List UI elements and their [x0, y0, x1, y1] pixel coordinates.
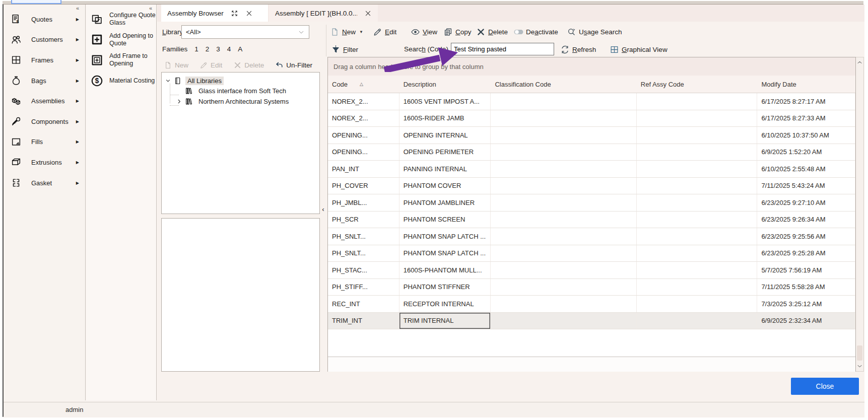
delete-tree-button[interactable]: Delete [233, 61, 264, 69]
expand-tab-icon[interactable] [231, 10, 238, 17]
close-tab-icon[interactable] [364, 10, 372, 17]
column-header-ref-assy-code[interactable]: Ref Assy Code [637, 76, 758, 93]
view-button[interactable]: View [411, 25, 437, 39]
delete-button[interactable]: Delete [476, 25, 508, 39]
un-filter-tree-button[interactable]: Un-Filter [275, 61, 312, 69]
tab-assembly-edit[interactable]: Assembly [ EDIT ](BH.0.0... [269, 5, 378, 22]
table-row[interactable]: PH_SCRPHANTOM SCREEN6/23/2025 9:26:34 AM [328, 212, 855, 229]
table-row[interactable]: OPENING...OPENING PERIMETER6/9/2025 1:52… [328, 144, 855, 161]
tree-node-all-libraries[interactable]: All Libraries [165, 76, 224, 86]
table-row[interactable]: PH_JMBL...PHANTOM JAMBLINER6/23/2025 9:2… [328, 194, 855, 212]
caret-down-icon[interactable] [165, 78, 171, 84]
edit-icon [373, 27, 382, 37]
tab-label: Assembly [ EDIT ](BH.0.0... [275, 10, 357, 17]
table-row[interactable]: PH_COVERPHANTOM COVER7/11/2025 5:43:24 A… [328, 178, 855, 195]
action-item-add-opening-to-quote[interactable]: Add Opening to Quote [86, 30, 156, 50]
table-cell: 6/9/2025 2:32:34 AM [757, 313, 855, 329]
sidebar-item-gasket[interactable]: Gasket▶ [4, 173, 85, 193]
sidebar-item-fills[interactable]: Fills▶ [4, 132, 85, 153]
sidebar-item-bags[interactable]: Bags▶ [4, 71, 85, 91]
sidebar-item-assemblies[interactable]: Assemblies▶ [4, 91, 85, 111]
table-cell: PHANTOM STIFFNER [399, 279, 491, 296]
edit-icon [199, 61, 208, 69]
splitter-collapse-handle[interactable]: ‹ [320, 201, 326, 217]
refresh-button[interactable]: Refresh [560, 42, 596, 56]
column-header-classification-code[interactable]: Classification Code [491, 76, 636, 93]
table-row[interactable]: PH_STIFF...PHANTOM STIFFNER7/11/2025 5:5… [328, 279, 855, 296]
table-row[interactable]: OPENING...OPENING INTERNAL6/10/2025 10:3… [328, 127, 855, 144]
table-row[interactable]: NOREX_2...1600S VENT IMPOST A...6/17/202… [328, 93, 855, 110]
table-row[interactable]: PAN_INTPANNING INTERNAL6/10/2025 2:55:48… [328, 161, 855, 178]
sidebar-item-label: Gasket [31, 179, 52, 187]
submenu-arrow-icon: ▶ [76, 99, 79, 103]
assembly-grid: Drag a column header here to group by th… [327, 57, 856, 372]
action-item-label: Configure Quote Glass [109, 12, 156, 27]
add-frame-icon [91, 54, 103, 66]
search-code-input[interactable] [451, 43, 554, 55]
deactivate-button[interactable]: Deactivate [514, 25, 558, 39]
table-row[interactable]: REC_INTRECEPTOR INTERNAL7/3/2025 3:25:12… [328, 296, 855, 313]
filter-button[interactable]: Filter [331, 42, 358, 56]
tree-node-glass-interface-from-soft-tech[interactable]: Glass interface from Soft Tech [176, 86, 288, 96]
library-tree-panel: All LibrariesGlass interface from Soft T… [161, 72, 320, 214]
sidebar-item-label: Quotes [31, 16, 52, 23]
filter-label: Filter [343, 46, 358, 53]
table-cell: 1600S-RIDER JAMB [399, 110, 491, 127]
close-button[interactable]: Close [791, 378, 859, 395]
caret-right-icon[interactable] [176, 98, 182, 105]
copy-button[interactable]: Copy [443, 25, 472, 39]
library-dropdown-value: <All> [186, 28, 201, 36]
scroll-down-icon[interactable] [856, 363, 863, 370]
table-cell: 6/23/2025 9:26:34 AM [757, 212, 855, 228]
column-header-label: Modify Date [761, 81, 796, 88]
tree-button-label: Delete [244, 61, 264, 69]
sidebar-item-customers[interactable]: Customers▶ [4, 30, 85, 50]
table-cell: 7/11/2025 5:58:28 AM [757, 279, 855, 296]
tree-button-label: Edit [211, 61, 222, 69]
action-item-configure-quote-glass[interactable]: Configure Quote Glass [86, 9, 156, 30]
graphical-view-button[interactable]: Graphical View [610, 42, 667, 56]
edit-tree-button[interactable]: Edit [199, 61, 222, 69]
column-header-label: Classification Code [495, 81, 551, 88]
sidebar-item-components[interactable]: Components▶ [4, 111, 85, 132]
table-row[interactable]: PH_STAC...1600S-PHANTOM MULL...5/7/2025 … [328, 262, 855, 279]
column-header-modify-date[interactable]: Modify Date [757, 76, 855, 93]
table-cell: RECEPTOR INTERNAL [399, 296, 491, 312]
new-button[interactable]: New▼ [330, 25, 363, 39]
table-row[interactable]: PH_SNLT...PHANTOM SNAP LATCH ...6/23/202… [328, 245, 855, 262]
table-cell [491, 110, 636, 127]
table-row[interactable]: NOREX_2...1600S-RIDER JAMB6/17/2025 8:27… [328, 110, 855, 127]
scrollbar-thumb[interactable] [857, 345, 862, 361]
scroll-up-icon[interactable] [856, 59, 863, 66]
new-tree-button[interactable]: New [164, 61, 188, 69]
sidebar-item-quotes[interactable]: $Quotes▶ [4, 9, 85, 30]
usage-search-button[interactable]: Usage Search [567, 25, 622, 39]
tree-node-northern-architectural-systems[interactable]: Northern Architectural Systems [176, 96, 291, 106]
table-row[interactable]: PH_SNLT...PHANTOM SNAP LATCH ...6/23/202… [328, 228, 855, 245]
submenu-arrow-icon: ▶ [76, 139, 79, 144]
family-filter-4[interactable]: 4 [227, 45, 231, 53]
toolbar-button-label: Delete [488, 28, 508, 36]
family-filter-a[interactable]: A [238, 45, 242, 53]
sidebar-item-extrusions[interactable]: Extrusions▶ [4, 152, 85, 173]
table-cell [637, 127, 758, 144]
sidebar-item-frames[interactable]: Frames▶ [4, 50, 85, 71]
group-by-bar[interactable]: Drag a column header here to group by th… [328, 57, 855, 76]
tab-assembly-browser[interactable]: Assembly Browser [161, 5, 268, 22]
toolbar-button-label: New [342, 28, 356, 36]
close-tab-icon[interactable] [245, 10, 253, 17]
column-header-description[interactable]: Description [399, 76, 491, 93]
column-header-code[interactable]: Code△ [328, 76, 399, 93]
family-filter-3[interactable]: 3 [216, 45, 220, 53]
grid-vertical-scrollbar[interactable] [856, 57, 864, 372]
table-cell [637, 296, 758, 312]
action-item-material-costing[interactable]: $Material Costing [86, 71, 156, 91]
library-dropdown[interactable]: <All> [181, 25, 309, 39]
family-filter-2[interactable]: 2 [206, 45, 210, 53]
action-item-add-frame-to-opening[interactable]: Add Frame to Opening [86, 50, 156, 71]
edit-button[interactable]: Edit [373, 25, 396, 39]
view-icon [411, 27, 420, 37]
table-cell [637, 194, 758, 211]
family-filter-1[interactable]: 1 [194, 45, 198, 53]
table-row[interactable]: TRIM_INTTRIM INTERNAL6/9/2025 2:32:34 AM [328, 313, 855, 330]
